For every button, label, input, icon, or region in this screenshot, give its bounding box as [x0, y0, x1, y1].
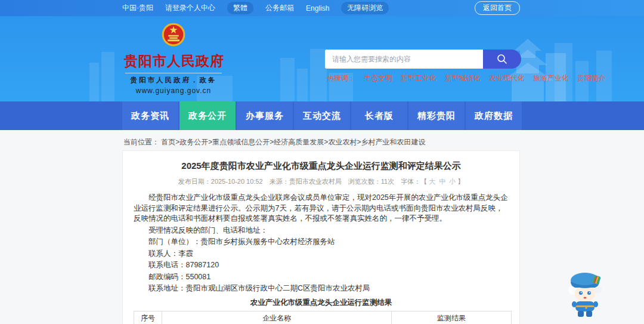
nav-tab[interactable]: 长者版 [351, 101, 407, 130]
article-paragraph: 经贵阳市农业产业化市级重点龙头企业联席会议成员单位审定，现对2025年开展的农业… [134, 193, 509, 224]
nav-tab[interactable]: 政务公开 [179, 101, 236, 130]
guiyang-gov-page: 中国·贵阳请登录个人中心繁體公务邮箱English无障碍浏览 返回首页 [0, 0, 644, 324]
site-url: www.guiyang.gov.cn [124, 87, 223, 95]
topbar-menu-item[interactable]: 中国·贵阳 [122, 3, 153, 13]
hot-search-word[interactable]: 新型城镇化 [445, 73, 481, 84]
table-header-row: 序号企业名称监测结果 [134, 311, 512, 324]
views-label: 浏览次数： [348, 178, 381, 185]
nav-tab[interactable]: 政务资讯 [122, 101, 178, 130]
site-subtitle: 贵阳市人民政府．政务 [124, 76, 223, 85]
topbar-menu-item[interactable]: English [306, 4, 329, 13]
nav-tab[interactable]: 精彩贵阳 [408, 101, 465, 130]
main-nav-tabs: 政务资讯政务公开办事服务互动交流长者版精彩贵阳政府数据 [122, 101, 522, 130]
site-title: 贵阳市人民政府 [124, 52, 223, 70]
hot-search-label: 热搜词： [327, 73, 355, 84]
monitor-result-table: 序号企业名称监测结果 1贵州合力超市采购有限公司合格2贵州友禾种业有限公司合格3… [134, 311, 512, 324]
article-body: 经贵阳市农业产业化市级重点龙头企业联席会议成员单位审定，现对2025年开展的农业… [134, 193, 509, 294]
table-title: 农业产业化市级重点龙头企业运行监测结果 [134, 298, 509, 308]
mascot-character[interactable] [566, 270, 606, 321]
article-paragraph: 联系电话：87987120 [134, 260, 509, 271]
return-home-button[interactable]: 返回首页 [475, 1, 520, 15]
font-size-option[interactable]: 大 [429, 178, 435, 185]
city-skyline-decor [0, 16, 644, 101]
publish-date-label: 发布日期： [178, 178, 211, 185]
top-utility-bar: 中国·贵阳请登录个人中心繁體公务邮箱English无障碍浏览 返回首页 [0, 0, 644, 16]
breadcrumb-label: 当前位置： [123, 138, 159, 146]
hot-search-word[interactable]: 生态文明 [364, 73, 392, 84]
font-size-label: 字体： [401, 178, 420, 185]
hot-search-word[interactable]: 农业现代化 [489, 73, 525, 84]
article-paragraph: 联系地址：贵阳市观山湖区市级行政中心二期C区贵阳市农业农村局 [134, 283, 509, 294]
search-button[interactable] [483, 50, 521, 69]
topbar-menu-item[interactable]: 请登录个人中心 [165, 3, 215, 13]
breadcrumb: 当前位置： 首页>政务公开>重点领域信息公开>经济高质量发展>农业农村>乡村产业… [123, 137, 425, 147]
hot-search-bar: 热搜词： 生态文明新型工业化新型城镇化农业现代化旅游产业化贵阳简介 [327, 73, 606, 84]
font-size-options: 大中小 [427, 178, 457, 185]
table-header-cell: 监测结果 [392, 311, 512, 324]
font-size-option[interactable]: 中 [439, 178, 445, 185]
site-logo[interactable]: 贵阳市人民政府 贵阳市人民政府．政务 www.guiyang.gov.cn [124, 22, 223, 95]
topbar-menu: 中国·贵阳请登录个人中心繁體公务邮箱English无障碍浏览 [122, 2, 520, 14]
national-emblem-icon [162, 22, 185, 47]
mascot-icon [566, 270, 606, 319]
publish-date: 2025-10-20 10:52 [211, 178, 263, 185]
font-bracket-close: 】 [457, 178, 464, 185]
hot-search-word[interactable]: 旅游产业化 [533, 73, 569, 84]
article-title: 2025年度贵阳市农业产业化市级重点龙头企业运行监测和评定结果公示 [134, 161, 509, 172]
article-paragraph: 联系人：李霞 [134, 249, 509, 260]
nav-tab[interactable]: 办事服务 [237, 101, 293, 130]
nav-tab[interactable]: 互动交流 [294, 101, 350, 130]
article-card: 2025年度贵阳市农业产业化市级重点龙头企业运行监测和评定结果公示 发布日期：2… [122, 150, 520, 324]
hot-search-word[interactable]: 贵阳简介 [577, 73, 606, 84]
font-size-option[interactable]: 小 [449, 178, 456, 185]
main-nav: 政务资讯政务公开办事服务互动交流长者版精彩贵阳政府数据 [0, 101, 644, 130]
site-banner: 贵阳市人民政府 贵阳市人民政府．政务 www.guiyang.gov.cn 热搜… [0, 16, 644, 101]
topbar-menu-item[interactable]: 无障碍浏览 [341, 2, 389, 14]
nav-tab[interactable]: 政府数据 [466, 101, 522, 130]
search-input[interactable] [325, 50, 483, 69]
logo-divider [125, 73, 222, 73]
article-paragraph: 受理情况反映的部门、电话和地址： [134, 226, 509, 236]
search-icon [496, 53, 508, 65]
table-header-cell: 企业名称 [162, 311, 392, 324]
search-box [325, 50, 521, 69]
article-meta: 发布日期：2025-10-20 10:52 来源：贵阳市农业农村局 浏览次数：1… [134, 177, 509, 186]
source-label: 来源： [270, 178, 289, 185]
topbar-menu-item[interactable]: 公务邮箱 [265, 3, 294, 13]
table-header-cell: 序号 [134, 311, 162, 324]
source-value: 贵阳市农业农村局 [289, 178, 342, 185]
article-paragraph: 部门（单位）：贵阳市乡村振兴服务中心农村经济服务站 [134, 237, 509, 248]
font-bracket-open: 【 [420, 178, 427, 185]
breadcrumb-path[interactable]: 首页>政务公开>重点领域信息公开>经济高质量发展>农业农村>乡村产业和农田建设 [161, 138, 425, 146]
topbar-menu-item[interactable]: 繁體 [227, 2, 253, 14]
article-paragraph: 邮政编码：550081 [134, 272, 509, 283]
hot-search-word[interactable]: 新型工业化 [401, 73, 436, 84]
views-value: 11次 [381, 178, 394, 185]
